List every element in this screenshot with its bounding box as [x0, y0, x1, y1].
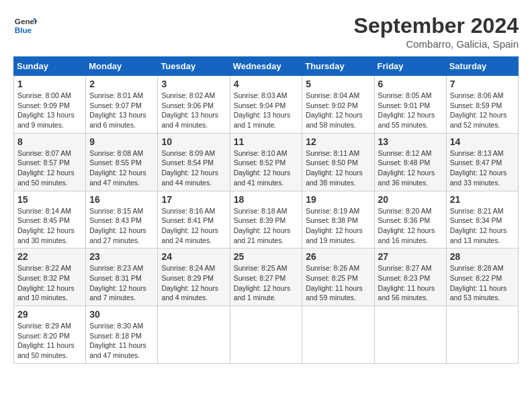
day-info: Sunrise: 8:03 AMSunset: 9:04 PMDaylight:…: [234, 91, 291, 129]
day-info: Sunrise: 8:02 AMSunset: 9:06 PMDaylight:…: [161, 91, 218, 129]
day-info: Sunrise: 8:24 AMSunset: 8:29 PMDaylight:…: [161, 264, 218, 302]
day-number: 21: [450, 194, 515, 205]
day-info: Sunrise: 8:06 AMSunset: 8:59 PMDaylight:…: [450, 91, 507, 129]
calendar-week-row: 22 Sunrise: 8:22 AMSunset: 8:32 PMDaylig…: [14, 248, 519, 306]
day-number: 24: [161, 251, 226, 262]
calendar-cell: 11 Sunrise: 8:10 AMSunset: 8:52 PMDaylig…: [230, 133, 302, 191]
col-tuesday: Tuesday: [158, 57, 230, 76]
day-info: Sunrise: 8:14 AMSunset: 8:45 PMDaylight:…: [17, 207, 75, 244]
calendar-cell: 1 Sunrise: 8:00 AMSunset: 9:09 PMDayligh…: [14, 76, 86, 134]
day-number: 5: [306, 79, 370, 89]
day-number: 29: [17, 309, 82, 320]
svg-text:Blue: Blue: [15, 26, 32, 34]
calendar-cell: 20 Sunrise: 8:20 AMSunset: 8:36 PMDaylig…: [374, 191, 446, 248]
calendar-cell: 26 Sunrise: 8:26 AMSunset: 8:25 PMDaylig…: [302, 248, 374, 306]
calendar-cell: [230, 306, 302, 364]
calendar-cell: [302, 306, 374, 364]
day-info: Sunrise: 8:05 AMSunset: 9:01 PMDaylight:…: [378, 91, 435, 129]
day-number: 30: [89, 309, 154, 320]
day-info: Sunrise: 8:26 AMSunset: 8:25 PMDaylight:…: [306, 264, 363, 302]
calendar-cell: 10 Sunrise: 8:09 AMSunset: 8:54 PMDaylig…: [158, 133, 230, 191]
calendar-body: 1 Sunrise: 8:00 AMSunset: 9:09 PMDayligh…: [14, 76, 519, 364]
day-number: 19: [306, 194, 370, 205]
day-info: Sunrise: 8:21 AMSunset: 8:34 PMDaylight:…: [450, 207, 507, 244]
day-info: Sunrise: 8:27 AMSunset: 8:23 PMDaylight:…: [378, 264, 435, 302]
col-saturday: Saturday: [446, 57, 518, 76]
day-number: 13: [378, 136, 443, 147]
day-number: 27: [378, 251, 443, 262]
calendar-week-row: 29 Sunrise: 8:29 AMSunset: 8:20 PMDaylig…: [14, 306, 519, 364]
day-number: 3: [161, 79, 226, 89]
day-number: 23: [89, 251, 154, 262]
day-info: Sunrise: 8:13 AMSunset: 8:47 PMDaylight:…: [450, 149, 507, 187]
month-year-title: September 2024: [354, 13, 519, 38]
day-number: 12: [306, 136, 370, 147]
day-info: Sunrise: 8:16 AMSunset: 8:41 PMDaylight:…: [161, 207, 218, 244]
day-info: Sunrise: 8:28 AMSunset: 8:22 PMDaylight:…: [450, 264, 507, 302]
day-number: 7: [450, 79, 515, 89]
calendar-cell: 28 Sunrise: 8:28 AMSunset: 8:22 PMDaylig…: [446, 248, 518, 306]
day-number: 18: [234, 194, 299, 205]
day-number: 4: [234, 79, 299, 89]
day-info: Sunrise: 8:15 AMSunset: 8:43 PMDaylight:…: [89, 207, 146, 244]
day-number: 25: [234, 251, 299, 262]
calendar-cell: 8 Sunrise: 8:07 AMSunset: 8:57 PMDayligh…: [14, 133, 86, 191]
day-info: Sunrise: 8:04 AMSunset: 9:02 PMDaylight:…: [306, 91, 363, 129]
day-info: Sunrise: 8:23 AMSunset: 8:31 PMDaylight:…: [89, 264, 146, 302]
day-info: Sunrise: 8:10 AMSunset: 8:52 PMDaylight:…: [234, 149, 291, 187]
calendar-cell: 9 Sunrise: 8:08 AMSunset: 8:55 PMDayligh…: [86, 133, 158, 191]
day-number: 9: [89, 136, 154, 147]
calendar-cell: 6 Sunrise: 8:05 AMSunset: 9:01 PMDayligh…: [374, 76, 446, 134]
day-number: 26: [306, 251, 370, 262]
col-thursday: Thursday: [302, 57, 374, 76]
day-info: Sunrise: 8:22 AMSunset: 8:32 PMDaylight:…: [17, 264, 75, 302]
svg-text:General: General: [15, 17, 38, 26]
day-number: 6: [378, 79, 443, 89]
day-info: Sunrise: 8:00 AMSunset: 9:09 PMDaylight:…: [17, 91, 75, 129]
col-sunday: Sunday: [14, 57, 86, 76]
calendar-cell: 23 Sunrise: 8:23 AMSunset: 8:31 PMDaylig…: [86, 248, 158, 306]
calendar-cell: [446, 306, 518, 364]
col-monday: Monday: [86, 57, 158, 76]
calendar-cell: 25 Sunrise: 8:25 AMSunset: 8:27 PMDaylig…: [230, 248, 302, 306]
day-info: Sunrise: 8:07 AMSunset: 8:57 PMDaylight:…: [17, 149, 75, 187]
calendar-cell: 19 Sunrise: 8:19 AMSunset: 8:38 PMDaylig…: [302, 191, 374, 248]
calendar-week-row: 15 Sunrise: 8:14 AMSunset: 8:45 PMDaylig…: [14, 191, 519, 248]
calendar-table: Sunday Monday Tuesday Wednesday Thursday…: [13, 56, 519, 364]
calendar-cell: 29 Sunrise: 8:29 AMSunset: 8:20 PMDaylig…: [14, 306, 86, 364]
day-info: Sunrise: 8:01 AMSunset: 9:07 PMDaylight:…: [89, 91, 146, 129]
day-number: 15: [17, 194, 82, 205]
day-number: 28: [450, 251, 515, 262]
calendar-cell: 27 Sunrise: 8:27 AMSunset: 8:23 PMDaylig…: [374, 248, 446, 306]
day-number: 16: [89, 194, 154, 205]
calendar-cell: 13 Sunrise: 8:12 AMSunset: 8:48 PMDaylig…: [374, 133, 446, 191]
day-number: 20: [378, 194, 443, 205]
day-info: Sunrise: 8:18 AMSunset: 8:39 PMDaylight:…: [234, 207, 291, 244]
day-number: 1: [17, 79, 82, 89]
calendar-week-row: 8 Sunrise: 8:07 AMSunset: 8:57 PMDayligh…: [14, 133, 519, 191]
calendar-cell: [374, 306, 446, 364]
calendar-week-row: 1 Sunrise: 8:00 AMSunset: 9:09 PMDayligh…: [14, 76, 519, 134]
calendar-cell: 16 Sunrise: 8:15 AMSunset: 8:43 PMDaylig…: [86, 191, 158, 248]
day-number: 10: [161, 136, 226, 147]
day-number: 8: [17, 136, 82, 147]
logo-icon: General Blue: [13, 13, 38, 38]
calendar-cell: 2 Sunrise: 8:01 AMSunset: 9:07 PMDayligh…: [86, 76, 158, 134]
calendar-cell: 21 Sunrise: 8:21 AMSunset: 8:34 PMDaylig…: [446, 191, 518, 248]
title-area: September 2024 Combarro, Galicia, Spain: [354, 13, 519, 50]
page-header: General Blue September 2024 Combarro, Ga…: [13, 13, 519, 50]
location-subtitle: Combarro, Galicia, Spain: [354, 38, 519, 50]
calendar-cell: 22 Sunrise: 8:22 AMSunset: 8:32 PMDaylig…: [14, 248, 86, 306]
day-info: Sunrise: 8:30 AMSunset: 8:18 PMDaylight:…: [89, 322, 146, 359]
calendar-cell: 30 Sunrise: 8:30 AMSunset: 8:18 PMDaylig…: [86, 306, 158, 364]
calendar-cell: 17 Sunrise: 8:16 AMSunset: 8:41 PMDaylig…: [158, 191, 230, 248]
day-info: Sunrise: 8:20 AMSunset: 8:36 PMDaylight:…: [378, 207, 435, 244]
calendar-cell: [158, 306, 230, 364]
day-info: Sunrise: 8:29 AMSunset: 8:20 PMDaylight:…: [17, 322, 75, 359]
calendar-cell: 12 Sunrise: 8:11 AMSunset: 8:50 PMDaylig…: [302, 133, 374, 191]
calendar-cell: 24 Sunrise: 8:24 AMSunset: 8:29 PMDaylig…: [158, 248, 230, 306]
calendar-cell: 15 Sunrise: 8:14 AMSunset: 8:45 PMDaylig…: [14, 191, 86, 248]
day-info: Sunrise: 8:19 AMSunset: 8:38 PMDaylight:…: [306, 207, 363, 244]
day-info: Sunrise: 8:25 AMSunset: 8:27 PMDaylight:…: [234, 264, 291, 302]
day-info: Sunrise: 8:11 AMSunset: 8:50 PMDaylight:…: [306, 149, 363, 187]
